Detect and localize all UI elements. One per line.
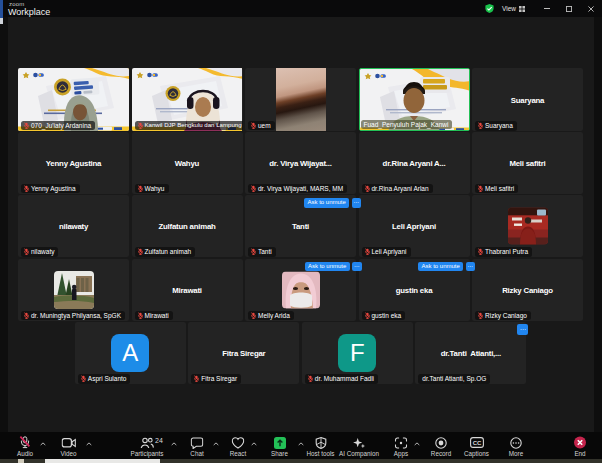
svg-text:CC: CC	[472, 440, 481, 446]
